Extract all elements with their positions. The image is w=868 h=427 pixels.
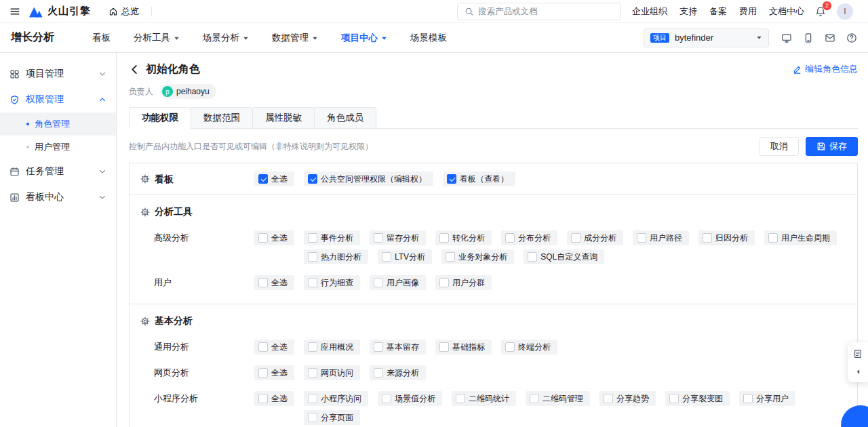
checkbox-label: 分享页面 bbox=[321, 412, 353, 424]
topbar-divider bbox=[151, 7, 152, 16]
topbar-link-文档中心[interactable]: 文档中心 bbox=[769, 5, 804, 18]
global-search-box[interactable] bbox=[457, 3, 621, 20]
permission-option-留存分析[interactable]: 留存分析 bbox=[370, 230, 426, 245]
checkbox-label: 看板（查看） bbox=[460, 174, 509, 185]
nav-menu-项目中心[interactable]: 项目中心 bbox=[341, 32, 387, 44]
checkbox-unchecked bbox=[374, 342, 383, 352]
sidebar-item-看板中心[interactable]: 看板中心 bbox=[0, 184, 116, 210]
nav-menu-label: 分析工具 bbox=[134, 32, 170, 44]
topbar-link-支持[interactable]: 支持 bbox=[679, 5, 697, 18]
topbar-link-备案[interactable]: 备案 bbox=[709, 5, 727, 18]
permission-option-转化分析[interactable]: 转化分析 bbox=[435, 230, 492, 245]
permission-option-SQL自定义查询[interactable]: SQL自定义查询 bbox=[524, 249, 604, 264]
owner-avatar: p bbox=[162, 86, 173, 97]
permission-option-场景值分析[interactable]: 场景值分析 bbox=[378, 391, 442, 406]
sidebar-item-权限管理[interactable]: 权限管理 bbox=[0, 87, 116, 113]
checkbox-unchecked bbox=[258, 368, 268, 378]
logo-text: 火山引擎 bbox=[47, 5, 91, 18]
permission-option-基本留存[interactable]: 基本留存 bbox=[370, 340, 426, 354]
gear-icon bbox=[140, 174, 150, 184]
permission-option-二维码管理[interactable]: 二维码管理 bbox=[526, 391, 590, 406]
permission-option-用户分群[interactable]: 用户分群 bbox=[435, 275, 492, 290]
permission-options: 行为细查用户画像用户分群 bbox=[304, 275, 846, 290]
permission-option-二维码统计[interactable]: 二维码统计 bbox=[452, 391, 516, 406]
checkbox-unchecked bbox=[528, 252, 537, 262]
permission-option-全选[interactable]: 全选 bbox=[254, 391, 294, 406]
permission-option-终端分析[interactable]: 终端分析 bbox=[501, 340, 557, 354]
tab-属性脱敏[interactable]: 属性脱敏 bbox=[252, 107, 315, 129]
volcano-engine-logo[interactable]: 火山引擎 bbox=[28, 5, 91, 18]
permission-option-全选[interactable]: 全选 bbox=[254, 230, 294, 245]
mobile-icon[interactable] bbox=[803, 33, 814, 43]
permission-option-全选[interactable]: 全选 bbox=[254, 340, 294, 354]
product-name[interactable]: 增长分析 bbox=[11, 30, 54, 45]
feedback-doc-icon[interactable] bbox=[853, 349, 863, 359]
permission-option-来源分析[interactable]: 来源分析 bbox=[370, 365, 426, 380]
permission-option-网页访问[interactable]: 网页访问 bbox=[304, 365, 360, 380]
permission-option-全选[interactable]: 全选 bbox=[254, 275, 294, 290]
display-icon[interactable] bbox=[781, 33, 792, 43]
notifications-button[interactable]: 2 bbox=[815, 6, 826, 17]
tab-功能权限[interactable]: 功能权限 bbox=[129, 107, 191, 129]
sidebar-subitem-用户管理[interactable]: 用户管理 bbox=[0, 136, 116, 159]
checkbox-label: 分享用户 bbox=[756, 393, 789, 405]
permission-option-LTV分析[interactable]: LTV分析 bbox=[378, 249, 432, 264]
cancel-button[interactable]: 取消 bbox=[760, 137, 799, 156]
permission-option-用户画像[interactable]: 用户画像 bbox=[370, 275, 426, 290]
permission-option-公共空间管理权限（编辑权）[interactable]: 公共空间管理权限（编辑权） bbox=[304, 171, 433, 186]
topbar-link-企业组织[interactable]: 企业组织 bbox=[632, 5, 667, 18]
permission-option-全选[interactable]: 全选 bbox=[254, 171, 294, 186]
notification-badge: 2 bbox=[822, 1, 832, 11]
hamburger-menu-button[interactable] bbox=[7, 3, 23, 20]
permission-option-分享裂变图[interactable]: 分享裂变图 bbox=[665, 391, 730, 406]
permission-option-基础指标[interactable]: 基础指标 bbox=[435, 340, 492, 354]
nav-menu-场景模板[interactable]: 场景模板 bbox=[410, 32, 447, 44]
checkbox-label: 分享趋势 bbox=[616, 393, 649, 405]
tab-数据范围[interactable]: 数据范围 bbox=[191, 107, 253, 129]
nav-menu-分析工具[interactable]: 分析工具 bbox=[134, 32, 180, 44]
sidebar-item-项目管理[interactable]: 项目管理 bbox=[0, 61, 116, 87]
nav-menu-数据管理[interactable]: 数据管理 bbox=[272, 32, 318, 44]
project-selector[interactable]: 项目 bytefinder bbox=[644, 28, 769, 47]
topbar-link-费用[interactable]: 费用 bbox=[739, 5, 757, 18]
permission-option-业务对象分析[interactable]: 业务对象分析 bbox=[441, 249, 514, 264]
nav-menu-label: 数据管理 bbox=[272, 32, 309, 44]
permission-option-看板（查看）[interactable]: 看板（查看） bbox=[443, 171, 515, 186]
mail-icon[interactable] bbox=[825, 33, 835, 43]
permission-option-全选[interactable]: 全选 bbox=[254, 365, 294, 380]
permission-option-应用概况[interactable]: 应用概况 bbox=[304, 340, 360, 354]
permission-option-事件分析[interactable]: 事件分析 bbox=[304, 230, 360, 245]
checkbox-label: 留存分析 bbox=[387, 232, 419, 244]
permission-option-分享用户[interactable]: 分享用户 bbox=[739, 391, 795, 406]
checkbox-unchecked bbox=[308, 413, 317, 422]
checkbox-unchecked bbox=[374, 278, 383, 287]
permission-option-分布分析[interactable]: 分布分析 bbox=[501, 230, 557, 245]
nav-menu-看板[interactable]: 看板 bbox=[92, 32, 111, 44]
nav-menu-场景分析[interactable]: 场景分析 bbox=[203, 32, 249, 44]
permission-option-用户路径[interactable]: 用户路径 bbox=[633, 230, 689, 245]
edit-role-link[interactable]: 编辑角色信息 bbox=[793, 63, 858, 75]
back-button[interactable] bbox=[129, 64, 140, 75]
help-icon[interactable] bbox=[846, 33, 857, 43]
chevron-down-icon bbox=[98, 167, 106, 176]
overview-link[interactable]: 总览 bbox=[108, 5, 139, 18]
checkbox-label: 网页访问 bbox=[321, 367, 353, 379]
side-widget bbox=[848, 342, 868, 382]
permission-option-小程序访问[interactable]: 小程序访问 bbox=[304, 391, 368, 406]
permission-option-分享趋势[interactable]: 分享趋势 bbox=[599, 391, 656, 406]
permission-option-成分分析[interactable]: 成分分析 bbox=[567, 230, 623, 245]
user-avatar[interactable]: I bbox=[837, 3, 853, 20]
save-button[interactable]: 保存 bbox=[806, 137, 858, 156]
permission-option-行为细查[interactable]: 行为细查 bbox=[304, 275, 360, 290]
permission-option-用户生命周期[interactable]: 用户生命周期 bbox=[764, 230, 837, 245]
sidebar-item-label: 看板中心 bbox=[26, 191, 64, 203]
permission-option-分享页面[interactable]: 分享页面 bbox=[304, 410, 360, 425]
sidebar-item-任务管理[interactable]: 任务管理 bbox=[0, 159, 116, 184]
permission-option-归因分析[interactable]: 归因分析 bbox=[698, 230, 755, 245]
permission-group-label: 小程序分析 bbox=[140, 391, 254, 406]
permission-option-热力图分析[interactable]: 热力图分析 bbox=[304, 249, 368, 264]
tab-角色成员[interactable]: 角色成员 bbox=[314, 107, 376, 129]
search-input[interactable] bbox=[478, 7, 614, 16]
collapse-left-icon[interactable] bbox=[854, 368, 862, 375]
sidebar-subitem-角色管理[interactable]: 角色管理 bbox=[0, 113, 116, 136]
